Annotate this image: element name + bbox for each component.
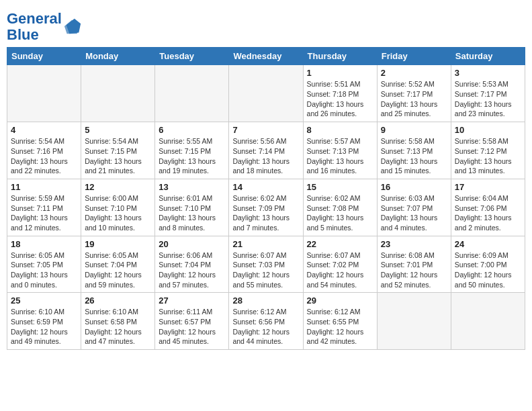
- day-info: Sunrise: 6:08 AM Sunset: 7:01 PM Dayligh…: [381, 250, 447, 290]
- day-info: Sunrise: 6:04 AM Sunset: 7:06 PM Dayligh…: [455, 193, 521, 233]
- day-number: 25: [11, 295, 77, 306]
- day-info: Sunrise: 6:06 AM Sunset: 7:04 PM Dayligh…: [159, 250, 225, 290]
- day-number: 16: [381, 182, 447, 192]
- logo-text: General Blue: [7, 11, 62, 43]
- day-info: Sunrise: 5:53 AM Sunset: 7:17 PM Dayligh…: [455, 79, 521, 119]
- day-info: Sunrise: 6:10 AM Sunset: 6:59 PM Dayligh…: [11, 307, 77, 347]
- day-number: 21: [232, 239, 299, 249]
- calendar-cell: 17Sunrise: 6:04 AM Sunset: 7:06 PM Dayli…: [451, 179, 525, 236]
- day-info: Sunrise: 5:58 AM Sunset: 7:13 PM Dayligh…: [381, 136, 447, 176]
- day-info: Sunrise: 5:57 AM Sunset: 7:13 PM Dayligh…: [307, 136, 373, 176]
- day-info: Sunrise: 5:51 AM Sunset: 7:18 PM Dayligh…: [307, 79, 373, 119]
- calendar-cell: 26Sunrise: 6:10 AM Sunset: 6:58 PM Dayli…: [81, 293, 155, 350]
- calendar-cell: [81, 65, 155, 122]
- logo: General Blue: [7, 11, 82, 43]
- day-info: Sunrise: 6:07 AM Sunset: 7:02 PM Dayligh…: [307, 250, 373, 290]
- calendar-cell: 16Sunrise: 6:03 AM Sunset: 7:07 PM Dayli…: [377, 179, 451, 236]
- day-number: 24: [455, 239, 521, 249]
- day-number: 6: [159, 125, 225, 135]
- weekday-header-thursday: Thursday: [303, 48, 377, 65]
- day-number: 29: [307, 295, 373, 306]
- header: General Blue: [7, 7, 525, 43]
- calendar-cell: [377, 293, 451, 350]
- day-info: Sunrise: 6:09 AM Sunset: 7:00 PM Dayligh…: [455, 250, 521, 290]
- day-number: 27: [159, 295, 225, 306]
- day-info: Sunrise: 5:52 AM Sunset: 7:17 PM Dayligh…: [381, 79, 447, 119]
- day-info: Sunrise: 5:54 AM Sunset: 7:15 PM Dayligh…: [85, 136, 151, 176]
- day-info: Sunrise: 5:54 AM Sunset: 7:16 PM Dayligh…: [11, 136, 77, 176]
- day-number: 14: [232, 182, 299, 192]
- calendar-cell: 13Sunrise: 6:01 AM Sunset: 7:10 PM Dayli…: [155, 179, 229, 236]
- calendar-cell: 19Sunrise: 6:05 AM Sunset: 7:04 PM Dayli…: [81, 236, 155, 293]
- day-number: 4: [11, 125, 77, 135]
- day-number: 26: [85, 295, 151, 306]
- calendar-cell: 7Sunrise: 5:56 AM Sunset: 7:14 PM Daylig…: [229, 122, 303, 179]
- day-number: 19: [85, 239, 151, 249]
- calendar: SundayMondayTuesdayWednesdayThursdayFrid…: [7, 47, 525, 350]
- day-number: 8: [307, 125, 373, 135]
- calendar-cell: 8Sunrise: 5:57 AM Sunset: 7:13 PM Daylig…: [303, 122, 377, 179]
- day-info: Sunrise: 5:55 AM Sunset: 7:15 PM Dayligh…: [159, 136, 225, 176]
- day-number: 13: [159, 182, 225, 192]
- calendar-cell: 27Sunrise: 6:11 AM Sunset: 6:57 PM Dayli…: [155, 293, 229, 350]
- day-number: 23: [381, 239, 447, 249]
- day-number: 7: [232, 125, 299, 135]
- calendar-cell: [229, 65, 303, 122]
- day-number: 28: [232, 295, 299, 306]
- calendar-cell: [155, 65, 229, 122]
- day-number: 20: [159, 239, 225, 249]
- calendar-cell: 6Sunrise: 5:55 AM Sunset: 7:15 PM Daylig…: [155, 122, 229, 179]
- calendar-cell: 20Sunrise: 6:06 AM Sunset: 7:04 PM Dayli…: [155, 236, 229, 293]
- day-info: Sunrise: 6:07 AM Sunset: 7:03 PM Dayligh…: [232, 250, 299, 290]
- calendar-cell: 25Sunrise: 6:10 AM Sunset: 6:59 PM Dayli…: [7, 293, 81, 350]
- weekday-header-wednesday: Wednesday: [229, 48, 303, 65]
- calendar-cell: [451, 293, 525, 350]
- day-number: 18: [11, 239, 77, 249]
- day-info: Sunrise: 6:05 AM Sunset: 7:04 PM Dayligh…: [85, 250, 151, 290]
- week-row-4: 25Sunrise: 6:10 AM Sunset: 6:59 PM Dayli…: [7, 293, 525, 350]
- logo-icon: [63, 17, 82, 36]
- calendar-cell: 4Sunrise: 5:54 AM Sunset: 7:16 PM Daylig…: [7, 122, 81, 179]
- day-info: Sunrise: 6:01 AM Sunset: 7:10 PM Dayligh…: [159, 193, 225, 233]
- calendar-cell: 23Sunrise: 6:08 AM Sunset: 7:01 PM Dayli…: [377, 236, 451, 293]
- day-number: 10: [455, 125, 521, 135]
- calendar-cell: 12Sunrise: 6:00 AM Sunset: 7:10 PM Dayli…: [81, 179, 155, 236]
- day-info: Sunrise: 5:56 AM Sunset: 7:14 PM Dayligh…: [232, 136, 299, 176]
- calendar-cell: 21Sunrise: 6:07 AM Sunset: 7:03 PM Dayli…: [229, 236, 303, 293]
- weekday-header-monday: Monday: [81, 48, 155, 65]
- day-info: Sunrise: 6:00 AM Sunset: 7:10 PM Dayligh…: [85, 193, 151, 233]
- weekday-header-sunday: Sunday: [7, 48, 81, 65]
- weekday-header-friday: Friday: [377, 48, 451, 65]
- calendar-cell: 22Sunrise: 6:07 AM Sunset: 7:02 PM Dayli…: [303, 236, 377, 293]
- day-number: 22: [307, 239, 373, 249]
- week-row-3: 18Sunrise: 6:05 AM Sunset: 7:05 PM Dayli…: [7, 236, 525, 293]
- calendar-cell: 18Sunrise: 6:05 AM Sunset: 7:05 PM Dayli…: [7, 236, 81, 293]
- day-info: Sunrise: 6:02 AM Sunset: 7:08 PM Dayligh…: [307, 193, 373, 233]
- day-info: Sunrise: 6:03 AM Sunset: 7:07 PM Dayligh…: [381, 193, 447, 233]
- calendar-cell: 14Sunrise: 6:02 AM Sunset: 7:09 PM Dayli…: [229, 179, 303, 236]
- day-info: Sunrise: 6:10 AM Sunset: 6:58 PM Dayligh…: [85, 307, 151, 347]
- day-info: Sunrise: 5:59 AM Sunset: 7:11 PM Dayligh…: [11, 193, 77, 233]
- day-info: Sunrise: 6:05 AM Sunset: 7:05 PM Dayligh…: [11, 250, 77, 290]
- day-number: 5: [85, 125, 151, 135]
- weekday-header-row: SundayMondayTuesdayWednesdayThursdayFrid…: [7, 48, 525, 65]
- week-row-0: 1Sunrise: 5:51 AM Sunset: 7:18 PM Daylig…: [7, 65, 525, 122]
- calendar-cell: 1Sunrise: 5:51 AM Sunset: 7:18 PM Daylig…: [303, 65, 377, 122]
- calendar-cell: 28Sunrise: 6:12 AM Sunset: 6:56 PM Dayli…: [229, 293, 303, 350]
- calendar-cell: 10Sunrise: 5:58 AM Sunset: 7:12 PM Dayli…: [451, 122, 525, 179]
- week-row-2: 11Sunrise: 5:59 AM Sunset: 7:11 PM Dayli…: [7, 179, 525, 236]
- day-number: 3: [455, 68, 521, 78]
- day-number: 12: [85, 182, 151, 192]
- calendar-cell: 11Sunrise: 5:59 AM Sunset: 7:11 PM Dayli…: [7, 179, 81, 236]
- day-info: Sunrise: 6:02 AM Sunset: 7:09 PM Dayligh…: [232, 193, 299, 233]
- day-number: 15: [307, 182, 373, 192]
- calendar-cell: 3Sunrise: 5:53 AM Sunset: 7:17 PM Daylig…: [451, 65, 525, 122]
- weekday-header-saturday: Saturday: [451, 48, 525, 65]
- calendar-cell: [7, 65, 81, 122]
- day-info: Sunrise: 6:11 AM Sunset: 6:57 PM Dayligh…: [159, 307, 225, 347]
- calendar-cell: 29Sunrise: 6:12 AM Sunset: 6:55 PM Dayli…: [303, 293, 377, 350]
- week-row-1: 4Sunrise: 5:54 AM Sunset: 7:16 PM Daylig…: [7, 122, 525, 179]
- day-number: 9: [381, 125, 447, 135]
- calendar-cell: 5Sunrise: 5:54 AM Sunset: 7:15 PM Daylig…: [81, 122, 155, 179]
- day-number: 11: [11, 182, 77, 192]
